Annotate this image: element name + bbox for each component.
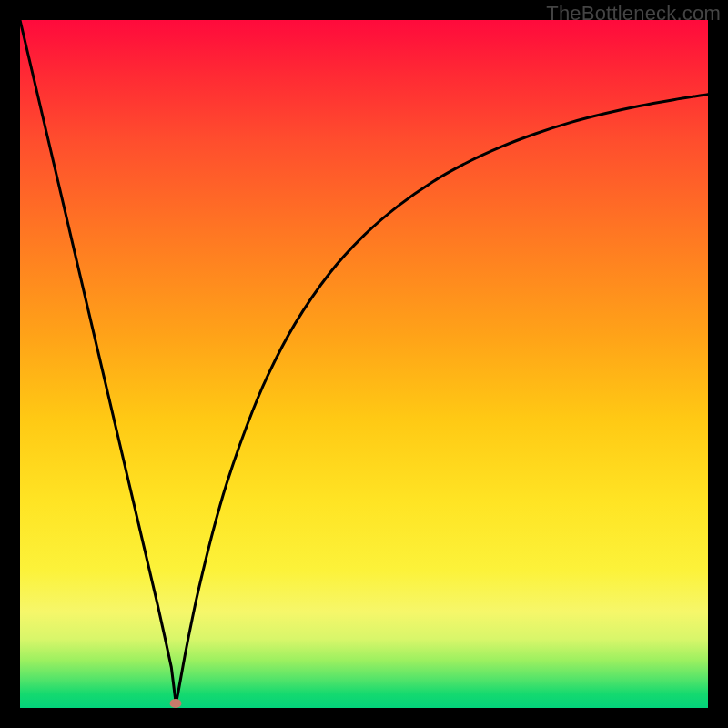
curve-path bbox=[20, 20, 708, 703]
chart-plot-area bbox=[20, 20, 708, 708]
minimum-marker bbox=[170, 699, 182, 708]
watermark-text: TheBottleneck.com bbox=[546, 2, 721, 25]
chart-frame: TheBottleneck.com bbox=[0, 0, 728, 728]
bottleneck-curve bbox=[20, 20, 708, 708]
